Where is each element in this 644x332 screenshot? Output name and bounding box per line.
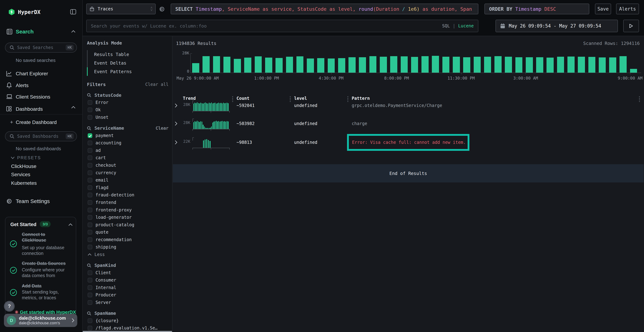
filter-option-cart[interactable]: cart	[87, 154, 168, 162]
filter-option-fraud-detection[interactable]: fraud-detection	[87, 192, 168, 199]
filter-option-shipping[interactable]: shipping	[87, 244, 168, 251]
chevron-up-icon[interactable]	[71, 106, 76, 109]
presets-section-label[interactable]: PRESETS	[17, 155, 41, 160]
mode-results-table[interactable]: Results Table	[87, 50, 168, 59]
filter-option-accounting[interactable]: accounting	[87, 139, 168, 147]
histogram-bars[interactable]	[192, 56, 640, 72]
column-header-count[interactable]: Count	[236, 96, 249, 101]
filter-option-flagd[interactable]: flagd	[87, 184, 168, 192]
filter-option-ad[interactable]: ad	[87, 147, 168, 154]
team-settings-button[interactable]: Team Settings	[16, 198, 50, 204]
checkbox[interactable]	[88, 185, 92, 190]
filter-option-load-generator[interactable]: load-generator	[87, 214, 168, 221]
chevron-up-icon[interactable]	[68, 223, 73, 226]
checkbox[interactable]	[88, 108, 92, 112]
checkbox[interactable]	[88, 270, 92, 275]
checkbox[interactable]	[88, 318, 92, 323]
filter-option-closure[interactable]: {closure}	[87, 317, 168, 324]
checkbox-checked[interactable]	[88, 133, 92, 138]
checkbox[interactable]	[88, 200, 92, 205]
checkbox[interactable]	[88, 245, 92, 249]
lucene-search-input[interactable]: Search your events w/ Lucene ex. column:…	[86, 20, 478, 32]
highlighted-pattern-box[interactable]: Error: Visa cache full: cannot add new i…	[347, 134, 470, 151]
create-dashboard-button[interactable]: Create Dashboard	[16, 120, 57, 125]
checkbox[interactable]	[88, 100, 92, 105]
checkbox[interactable]	[88, 293, 92, 297]
sidebar-item-client-sessions[interactable]: Client Sessions	[0, 93, 82, 101]
checkbox[interactable]	[88, 115, 92, 120]
filter-option-Client[interactable]: Client	[87, 269, 168, 276]
mode-event-deltas[interactable]: Event Deltas	[87, 59, 168, 67]
mode-event-patterns[interactable]: Event Patterns	[87, 67, 168, 76]
filter-option-payment[interactable]: payment	[87, 132, 168, 139]
column-drag-handle-icon[interactable]	[290, 96, 291, 102]
expand-row-icon[interactable]	[174, 104, 178, 108]
filter-option-currency[interactable]: currency	[87, 169, 168, 176]
filter-option-Error[interactable]: Error	[87, 99, 168, 106]
filter-option-Ok[interactable]: Ok	[87, 106, 168, 114]
checkbox[interactable]	[88, 140, 92, 145]
filter-option-recommendation[interactable]: recommendation	[87, 236, 168, 244]
horizontal-scrollbar[interactable]	[83, 331, 172, 332]
filter-option-Unset[interactable]: Unset	[87, 114, 168, 121]
checkbox[interactable]	[88, 285, 92, 290]
saved-dashboards-input[interactable]: Saved Dashboards ⌘K	[5, 131, 77, 141]
filter-option-Consumer[interactable]: Consumer	[87, 276, 168, 284]
clear-link[interactable]: Clear	[156, 126, 168, 131]
checkbox[interactable]	[88, 237, 92, 242]
filter-option-checkout[interactable]: checkout	[87, 162, 168, 169]
checkbox[interactable]	[88, 208, 92, 212]
filter-option-email[interactable]: email	[87, 176, 168, 184]
preset-dashboard-clickhouse[interactable]: ClickHouse	[11, 164, 36, 169]
date-range-picker[interactable]: May 26 09:09:54 - May 27 09:09:54	[496, 20, 618, 32]
checkbox[interactable]	[88, 230, 92, 234]
expand-row-icon[interactable]	[174, 140, 178, 144]
checkbox[interactable]	[88, 326, 92, 330]
preset-dashboard-services[interactable]: Services	[11, 172, 30, 178]
sql-select-input[interactable]: SELECT Timestamp, ServiceName as service…	[171, 4, 478, 14]
run-query-button[interactable]	[623, 20, 639, 32]
column-drag-handle-icon[interactable]	[639, 96, 640, 102]
filter-option-Producer[interactable]: Producer	[87, 292, 168, 299]
saved-searches-input[interactable]: Saved Searches ⌘K	[5, 42, 77, 52]
column-drag-handle-icon[interactable]	[348, 96, 348, 102]
lucene-toggle[interactable]: Lucene	[458, 24, 474, 28]
checkbox[interactable]	[88, 215, 92, 220]
sql-toggle[interactable]: SQL	[442, 24, 450, 28]
source-select[interactable]: Traces ˄˅	[86, 4, 156, 14]
filter-option-frontend[interactable]: frontend	[87, 199, 168, 206]
column-drag-handle-icon[interactable]	[232, 96, 233, 102]
filter-option-flagdevaluationv1Se[interactable]: /flagd.evaluation.v1.Se…	[87, 324, 168, 332]
filter-option-Internal[interactable]: Internal	[87, 284, 168, 292]
column-header-level[interactable]: level	[294, 96, 307, 101]
checkbox[interactable]	[88, 156, 92, 160]
filter-option-product-catalog[interactable]: product-catalog	[87, 221, 168, 228]
sidebar-item-dashboards[interactable]: Dashboards	[0, 105, 82, 114]
checkbox[interactable]	[88, 300, 92, 305]
expand-row-icon[interactable]	[174, 122, 178, 126]
sidebar-item-alerts[interactable]: Alerts	[0, 81, 82, 90]
show-less-toggle[interactable]: Less	[87, 251, 168, 258]
sidebar-item-search[interactable]: Search	[16, 28, 34, 35]
alerts-button[interactable]: Alerts	[616, 4, 639, 14]
column-header-pattern[interactable]: Pattern	[352, 96, 370, 101]
clear-all-link[interactable]: Clear all	[145, 82, 168, 87]
filter-option-frontend-proxy[interactable]: frontend-proxy	[87, 206, 168, 214]
user-account-chip[interactable]: D dale@clickhouse.com dale@clickhouse.co…	[4, 314, 77, 327]
checkbox[interactable]	[88, 178, 92, 182]
checkbox[interactable]	[88, 278, 92, 282]
checkbox[interactable]	[88, 193, 92, 197]
filter-option-Server[interactable]: Server	[87, 299, 168, 306]
checkbox[interactable]	[88, 148, 92, 153]
checkbox[interactable]	[88, 170, 92, 175]
collapse-sidebar-icon[interactable]	[70, 9, 76, 15]
save-button[interactable]: Save	[595, 4, 611, 14]
column-header-trend[interactable]: Trend	[183, 96, 196, 101]
checkbox[interactable]	[88, 163, 92, 168]
chevron-up-icon[interactable]	[71, 30, 76, 33]
preset-dashboard-kubernetes[interactable]: Kubernetes	[11, 180, 37, 186]
checkbox[interactable]	[88, 222, 92, 227]
gear-icon[interactable]	[158, 6, 164, 12]
order-by-input[interactable]: ORDER BY Timestamp DESC	[484, 4, 589, 14]
help-button[interactable]: ?	[4, 301, 15, 312]
